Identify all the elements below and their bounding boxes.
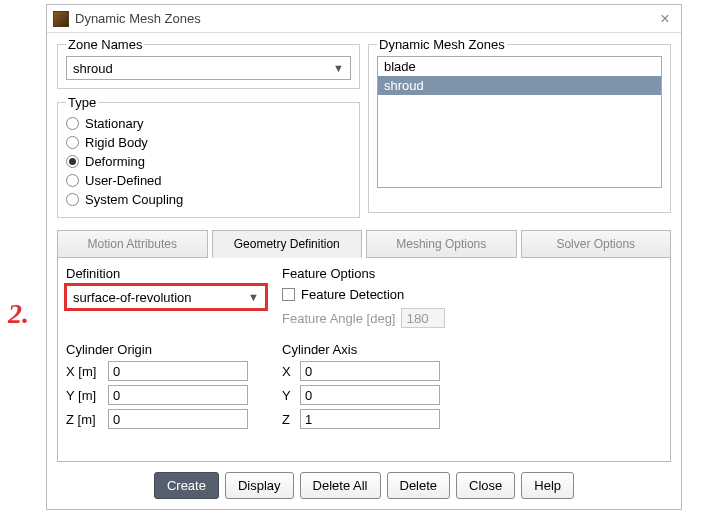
radio-user-defined[interactable]: User-Defined	[66, 171, 351, 190]
create-button[interactable]: Create	[154, 472, 219, 499]
axis-z-label: Z	[282, 412, 296, 427]
origin-z-label: Z [m]	[66, 412, 104, 427]
radio-rigid-body[interactable]: Rigid Body	[66, 133, 351, 152]
dialog-content: Zone Names shroud ▼ Type Stationary	[47, 33, 681, 509]
close-button[interactable]: Close	[456, 472, 515, 499]
group-dmz-label: Dynamic Mesh Zones	[377, 37, 507, 52]
dmz-listbox[interactable]: blade shroud	[377, 56, 662, 188]
axis-y-input[interactable]	[300, 385, 440, 405]
tab-panel-geometry: Definition surface-of-revolution ▼ Featu…	[57, 258, 671, 462]
group-zone-names: Zone Names shroud ▼	[57, 37, 360, 89]
feature-angle-label: Feature Angle [deg]	[282, 311, 395, 326]
zone-name-selected: shroud	[73, 61, 113, 76]
group-type: Type Stationary Rigid Body Deforming	[57, 95, 360, 218]
radio-icon	[66, 193, 79, 206]
group-zone-names-label: Zone Names	[66, 37, 144, 52]
callout-label: 2.	[8, 298, 29, 330]
feature-options-label: Feature Options	[282, 266, 662, 281]
origin-y-label: Y [m]	[66, 388, 104, 403]
axis-x-label: X	[282, 364, 296, 379]
tab-geometry-definition[interactable]: Geometry Definition	[212, 230, 363, 258]
tabs: Motion Attributes Geometry Definition Me…	[57, 230, 671, 258]
feature-detection-check[interactable]: Feature Detection	[282, 285, 662, 304]
radio-icon	[66, 136, 79, 149]
type-radio-list: Stationary Rigid Body Deforming Use	[66, 114, 351, 209]
radio-icon	[66, 174, 79, 187]
chevron-down-icon: ▼	[333, 62, 344, 74]
button-row: Create Display Delete All Delete Close H…	[57, 472, 671, 499]
cylinder-origin-label: Cylinder Origin	[66, 342, 266, 357]
origin-x-label: X [m]	[66, 364, 104, 379]
definition-selected: surface-of-revolution	[73, 290, 192, 305]
axis-z-input[interactable]	[300, 409, 440, 429]
origin-z-input[interactable]	[108, 409, 248, 429]
list-item[interactable]: blade	[378, 57, 661, 76]
radio-system-coupling-label: System Coupling	[85, 192, 183, 207]
chevron-down-icon: ▼	[248, 291, 259, 303]
group-type-label: Type	[66, 95, 98, 110]
dialog-dynamic-mesh-zones: Dynamic Mesh Zones × Zone Names shroud ▼…	[46, 4, 682, 510]
feature-angle-row: Feature Angle [deg]	[282, 308, 662, 328]
origin-x-input[interactable]	[108, 361, 248, 381]
help-button[interactable]: Help	[521, 472, 574, 499]
cylinder-axis-label: Cylinder Axis	[282, 342, 482, 357]
app-icon	[53, 11, 69, 27]
close-icon[interactable]: ×	[655, 9, 675, 29]
delete-all-button[interactable]: Delete All	[300, 472, 381, 499]
feature-angle-input	[401, 308, 445, 328]
titlebar: Dynamic Mesh Zones ×	[47, 5, 681, 33]
axis-y-label: Y	[282, 388, 296, 403]
definition-label: Definition	[66, 266, 266, 281]
group-dynamic-mesh-zones: Dynamic Mesh Zones blade shroud	[368, 37, 671, 213]
checkbox-icon	[282, 288, 295, 301]
radio-rigid-body-label: Rigid Body	[85, 135, 148, 150]
zone-name-select[interactable]: shroud ▼	[66, 56, 351, 80]
display-button[interactable]: Display	[225, 472, 294, 499]
window-title: Dynamic Mesh Zones	[75, 11, 655, 26]
radio-system-coupling[interactable]: System Coupling	[66, 190, 351, 209]
definition-select[interactable]: surface-of-revolution ▼	[66, 285, 266, 309]
tab-solver-options[interactable]: Solver Options	[521, 230, 672, 258]
radio-icon	[66, 117, 79, 130]
origin-y-input[interactable]	[108, 385, 248, 405]
tab-meshing-options[interactable]: Meshing Options	[366, 230, 517, 258]
tab-motion-attributes[interactable]: Motion Attributes	[57, 230, 208, 258]
delete-button[interactable]: Delete	[387, 472, 451, 499]
radio-stationary[interactable]: Stationary	[66, 114, 351, 133]
radio-icon	[66, 155, 79, 168]
radio-stationary-label: Stationary	[85, 116, 144, 131]
radio-deforming-label: Deforming	[85, 154, 145, 169]
axis-x-input[interactable]	[300, 361, 440, 381]
radio-deforming[interactable]: Deforming	[66, 152, 351, 171]
list-item[interactable]: shroud	[378, 76, 661, 95]
radio-user-defined-label: User-Defined	[85, 173, 162, 188]
feature-detection-label: Feature Detection	[301, 287, 404, 302]
